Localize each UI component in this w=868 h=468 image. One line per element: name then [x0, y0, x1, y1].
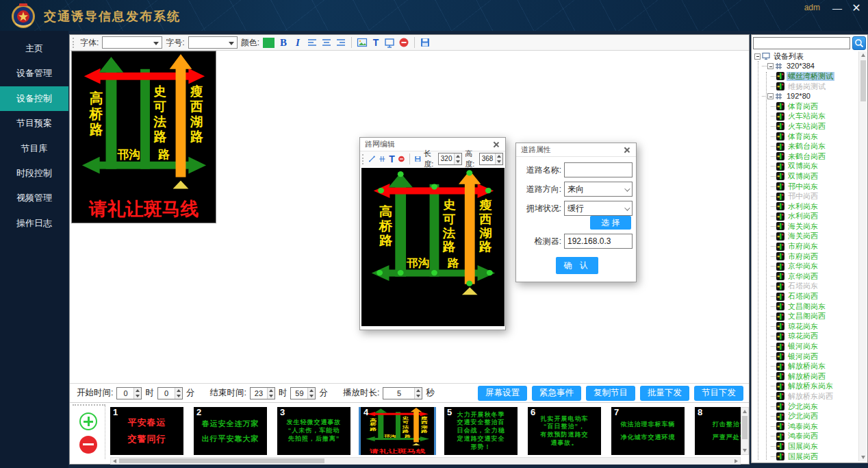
spinner-arrows-icon[interactable] — [175, 388, 182, 399]
user-menu[interactable]: adm — [804, 3, 820, 12]
tree-device-item[interactable]: 文昌阁岗东 — [752, 301, 859, 312]
screen-preview[interactable]: 高桥路史可法路瘦西湖路邗沟路请礼让斑马线 — [71, 51, 216, 223]
delete-element-icon[interactable] — [398, 153, 405, 164]
action-button[interactable]: 紧急事件 — [532, 386, 581, 401]
screen-fit-icon[interactable] — [384, 37, 395, 48]
align-left-icon[interactable] — [307, 37, 318, 48]
tree-device-item[interactable]: 沙北岗东 — [752, 402, 859, 412]
tree-device-item[interactable]: 解放桥东岗东 — [752, 382, 859, 392]
tree-device-item[interactable]: 海关岗东 — [752, 221, 859, 232]
confirm-button[interactable]: 确 认 — [556, 257, 598, 274]
program-thumbnail[interactable]: 平安春运交警同行1 — [110, 407, 183, 455]
close-icon[interactable] — [623, 146, 631, 154]
sidebar-item[interactable]: 操作日志 — [0, 211, 68, 236]
height-input[interactable]: 368 — [479, 153, 503, 165]
collapse-toggle-icon[interactable] — [767, 63, 774, 69]
draw-road-icon[interactable] — [368, 153, 376, 164]
tree-group[interactable]: 192*80 — [752, 91, 859, 101]
action-button[interactable]: 批量下发 — [640, 386, 689, 401]
program-thumbnail[interactable]: 高桥路史可法路瘦西湖路邗沟路请礼让斑马线4 — [361, 407, 434, 455]
length-input[interactable]: 320 — [438, 153, 462, 165]
text-tool-icon[interactable]: T — [389, 153, 395, 164]
scroll-up-icon[interactable] — [860, 51, 867, 60]
scrollbar-thumb[interactable] — [742, 416, 748, 439]
scroll-left-icon[interactable] — [111, 458, 118, 464]
tree-device-item[interactable]: 双博岗东 — [752, 162, 859, 172]
strip-horizontal-scrollbar[interactable] — [110, 457, 741, 465]
tree-device-item[interactable]: 京华岗西 — [752, 271, 859, 282]
device-search-input[interactable] — [753, 37, 850, 49]
tree-device-item[interactable]: 文昌阁岗西 — [752, 311, 859, 321]
action-button[interactable]: 节目下发 — [694, 386, 743, 401]
crossing-tool-icon[interactable] — [379, 153, 386, 164]
tree-device-item[interactable]: 解放桥岗西 — [752, 371, 859, 382]
collapse-toggle-icon[interactable] — [754, 53, 761, 60]
scrollbar-thumb[interactable] — [860, 60, 866, 101]
sidebar-item[interactable]: 节目库 — [0, 136, 68, 161]
spinner-arrows-icon[interactable] — [267, 388, 275, 399]
tree-device-item[interactable]: 海关岗西 — [752, 232, 859, 242]
spinner-arrows-icon[interactable] — [454, 153, 461, 164]
save-icon[interactable] — [414, 153, 422, 164]
tree-device-item[interactable]: 水利岗西 — [752, 212, 859, 222]
program-thumbnail[interactable]: 打击整治“炸严查严处“机8 — [695, 407, 741, 455]
sidebar-item[interactable]: 节目预案 — [0, 111, 68, 136]
editor-canvas[interactable]: 高桥路史可法路瘦西湖路邗沟路 — [361, 168, 505, 326]
tree-device-item[interactable]: 维扬岗测试 — [752, 82, 859, 92]
tree-scrollbar[interactable] — [858, 51, 867, 461]
start-hour-input[interactable]: 0 — [116, 387, 142, 399]
tree-device-item[interactable]: 鸿泰岗西 — [752, 432, 859, 442]
collapse-toggle-icon[interactable] — [767, 93, 774, 99]
sidebar-item[interactable]: 设备控制 — [0, 86, 68, 111]
tree-device-item[interactable]: 解放桥岗东 — [752, 361, 859, 371]
text-tool-icon[interactable]: T — [371, 37, 381, 48]
tree-device-item[interactable]: 沙北岗西 — [752, 411, 859, 421]
delete-element-icon[interactable] — [398, 37, 409, 48]
tree-device-item[interactable]: 火车站岗东 — [752, 112, 859, 122]
end-minute-input[interactable]: 59 — [290, 387, 316, 399]
spinner-arrows-icon[interactable] — [307, 388, 315, 399]
detector-input[interactable]: 192.168.0.3 — [564, 234, 633, 249]
direction-select[interactable]: 来向 — [564, 182, 633, 197]
align-center-icon[interactable] — [321, 37, 332, 48]
tree-device-item[interactable]: 水利岗东 — [752, 201, 859, 212]
tree-device-item[interactable]: 市府岗西 — [752, 251, 859, 262]
program-thumbnail[interactable]: 扎实开展电动车“百日整治”，有效预防道路交通事故。6 — [528, 407, 601, 455]
program-thumbnail[interactable]: 春运安全连万家出行平安靠大家2 — [194, 407, 267, 455]
tree-device-item[interactable]: 国展岗西 — [752, 452, 859, 461]
spinner-arrows-icon[interactable] — [495, 153, 502, 164]
action-button[interactable]: 复制节目 — [586, 386, 635, 401]
spinner-arrows-icon[interactable] — [414, 388, 422, 399]
sidebar-item[interactable]: 视频管理 — [0, 186, 68, 210]
sidebar-item[interactable]: 设备管理 — [0, 61, 68, 86]
tree-device-item[interactable]: 京华岗东 — [752, 261, 859, 271]
size-select[interactable] — [188, 36, 238, 49]
tree-device-item[interactable]: 体育岗西 — [752, 101, 859, 112]
align-right-icon[interactable] — [335, 37, 346, 48]
tree-device-item[interactable]: 琼花岗西 — [752, 332, 859, 342]
strip-vertical-scrollbar[interactable] — [741, 407, 749, 455]
tree-device-item[interactable]: 螺丝湾桥测试 — [752, 71, 859, 82]
action-button[interactable]: 屏幕设置 — [478, 386, 527, 401]
close-icon[interactable] — [492, 140, 500, 149]
scroll-down-icon[interactable] — [741, 447, 748, 454]
bold-button[interactable]: B — [278, 37, 289, 49]
minimize-button[interactable]: — — [830, 1, 845, 15]
tree-device-item[interactable]: 银河岗西 — [752, 352, 859, 362]
tree-device-item[interactable]: 体育岗东 — [752, 132, 859, 142]
select-detector-button[interactable]: 选 择 — [590, 216, 631, 230]
tree-device-item[interactable]: 解放桥东岗西 — [752, 391, 859, 402]
close-button[interactable]: ✕ — [849, 1, 864, 15]
font-select[interactable] — [102, 36, 162, 49]
tree-device-item[interactable]: 市府岗东 — [752, 241, 859, 251]
scrollbar-thumb[interactable] — [119, 458, 324, 463]
scroll-up-icon[interactable] — [741, 408, 748, 415]
tree-device-item[interactable]: 邗中岗西 — [752, 191, 859, 201]
tree-device-item[interactable]: 石塔岗东 — [752, 282, 859, 292]
tree-device-item[interactable]: 国展岗东 — [752, 441, 859, 452]
tree-device-item[interactable]: 来鹤台岗西 — [752, 151, 859, 162]
save-icon[interactable] — [420, 37, 431, 48]
program-thumbnail[interactable]: 大力开展秋冬季交通安全整治百日会战，全力稳定道路交通安全形势！5 — [444, 407, 518, 455]
road-name-input[interactable] — [564, 162, 633, 177]
tree-device-item[interactable]: 鸿泰岗东 — [752, 421, 859, 432]
